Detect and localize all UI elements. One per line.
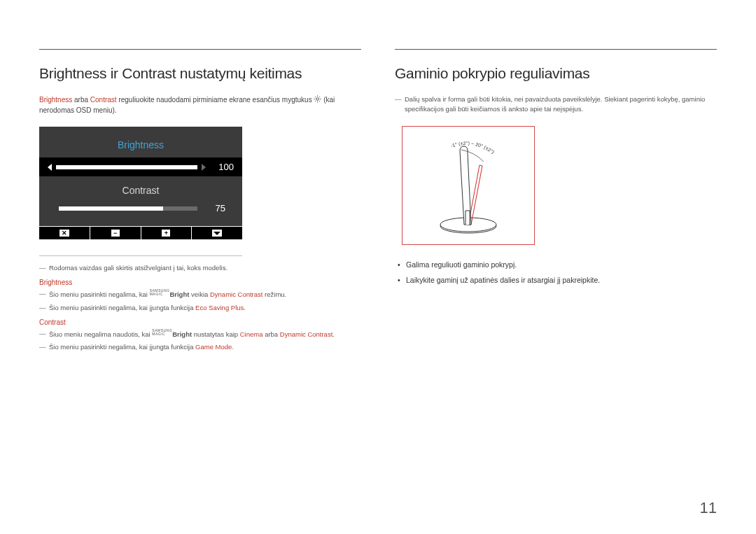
svg-line-4 bbox=[320, 101, 321, 101]
tilt-range-label: -1° (±2°) ~ 20° (±2°) bbox=[450, 140, 496, 155]
osd-minus-button: − bbox=[90, 227, 141, 239]
osd-plus-button: + bbox=[141, 227, 192, 239]
heading-tilt-adjustment: Gaminio pokrypio reguliavimas bbox=[395, 65, 717, 82]
page-number: 11 bbox=[700, 499, 717, 517]
svg-line-8 bbox=[320, 97, 321, 97]
osd-contrast-slider-row: 75 bbox=[39, 203, 242, 213]
osd-brightness-value: 100 bbox=[210, 162, 234, 172]
tilt-bullet-1: Galima reguliuoti gaminio pokrypį. bbox=[395, 259, 717, 271]
osd-brightness-label: Brightness bbox=[39, 139, 242, 150]
tilt-disclaimer-note: Dalių spalva ir forma gali būti kitokia,… bbox=[395, 94, 717, 115]
osd-brightness-slider-row: 100 bbox=[39, 157, 242, 176]
subhead-contrast: Contrast bbox=[39, 318, 361, 326]
osd-brightness-bar bbox=[56, 165, 197, 169]
svg-line-7 bbox=[315, 101, 316, 101]
contrast-note-2: Šio meniu pasirinkti negalima, kai įjung… bbox=[39, 342, 361, 352]
samsung-magic-brand: SAMSUNGMAGIC bbox=[150, 289, 170, 296]
osd-contrast-label: Contrast bbox=[39, 185, 242, 196]
intro-text: Brightness arba Contrast reguliuokite na… bbox=[39, 94, 361, 115]
svg-text:-1° (±2°) ~ 20° (±2°): -1° (±2°) ~ 20° (±2°) bbox=[450, 140, 496, 155]
osd-arrow-left-icon bbox=[48, 164, 52, 171]
svg-point-0 bbox=[316, 98, 319, 101]
brightness-note-2: Šio meniu pasirinkti negalima, kai įjung… bbox=[39, 303, 361, 313]
brightness-note-1: Šio meniu pasirinkti negalima, kai SAMSU… bbox=[39, 289, 361, 300]
osd-panel: Brightness 100 Contrast 75 bbox=[39, 127, 242, 226]
close-icon: ✕ bbox=[59, 230, 69, 237]
plus-icon: + bbox=[162, 230, 170, 237]
minus-icon: − bbox=[111, 230, 120, 237]
osd-down-button bbox=[192, 227, 242, 239]
divider bbox=[39, 255, 242, 256]
contrast-note-1: Šiuo meniu negalima naudotis, kai SAMSUN… bbox=[39, 329, 361, 339]
heading-brightness-contrast: Brightness ir Contrast nustatymų keitima… bbox=[39, 65, 361, 82]
tilt-diagram: -1° (±2°) ~ 20° (±2°) bbox=[402, 126, 535, 245]
note-image-may-differ: Rodomas vaizdas gali skirtis atsižvelgia… bbox=[39, 263, 361, 273]
osd-contrast-value: 75 bbox=[202, 203, 225, 213]
chevron-down-icon bbox=[212, 230, 222, 237]
kw-contrast: Contrast bbox=[90, 96, 117, 104]
osd-close-button: ✕ bbox=[39, 227, 90, 239]
samsung-magic-brand: SAMSUNGMAGIC bbox=[152, 329, 172, 336]
tilt-bullet-2: Laikykite gaminį už apatinės dalies ir a… bbox=[395, 274, 717, 286]
kw-brightness: Brightness bbox=[39, 96, 72, 104]
osd-arrow-right-icon bbox=[202, 164, 206, 171]
osd-button-bar: ✕ − + bbox=[39, 226, 242, 240]
osd-contrast-bar bbox=[59, 206, 197, 211]
svg-line-3 bbox=[315, 97, 316, 97]
subhead-brightness: Brightness bbox=[39, 279, 361, 286]
brightness-icon bbox=[314, 95, 321, 103]
